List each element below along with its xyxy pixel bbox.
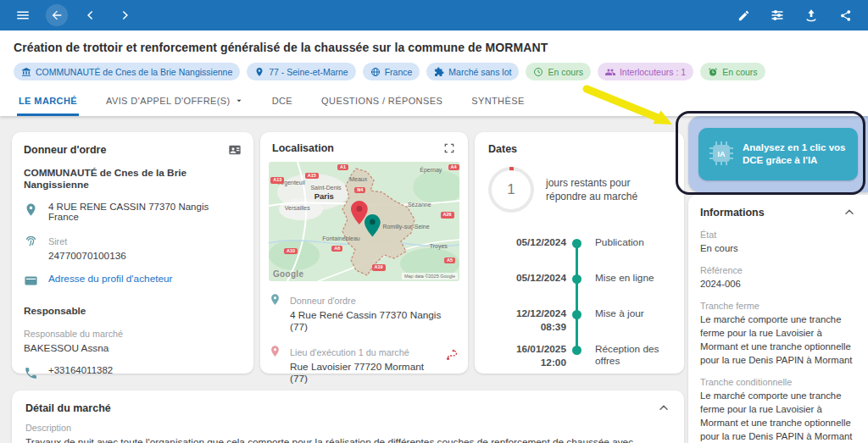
map-city-label: Versailles bbox=[285, 205, 310, 211]
tab-label: AVIS D'APPEL D'OFFRE(S) bbox=[106, 96, 231, 106]
location-pin-icon bbox=[24, 202, 38, 217]
timeline-item: 12/12/202408:39 Mise à jour bbox=[488, 307, 670, 343]
badge-interlocuteurs: Interlocuteurs : 1 bbox=[598, 63, 693, 80]
top-toolbar bbox=[0, 0, 868, 30]
tab-bar: LE MARCHÉ AVIS D'APPEL D'OFFRE(S) DCE QU… bbox=[14, 91, 854, 116]
map-city-label: Romilly-sur-Seine bbox=[382, 224, 429, 230]
days-remaining-text: jours restants pour répondre au marché bbox=[546, 176, 670, 203]
info-value: Le marché comporte une tranche ferme pou… bbox=[700, 389, 856, 443]
caret-down-icon bbox=[235, 97, 243, 105]
map-road-badge: A15 bbox=[305, 173, 319, 180]
tab-label: SYNTHÈSE bbox=[471, 96, 525, 106]
badge-country: France bbox=[363, 63, 420, 80]
description-text: Travaux de nuit avec toute l'organisatio… bbox=[25, 435, 670, 443]
map-city-label: Troyes bbox=[430, 243, 448, 249]
pin-icon bbox=[254, 67, 264, 77]
badge-row: COMMUNAUTÉ de Cnes de la Brie Nangissien… bbox=[14, 63, 854, 80]
map-city-label: Fontainebleau bbox=[322, 235, 359, 241]
red-pin-icon bbox=[269, 345, 281, 357]
tab-label: DCE bbox=[272, 96, 292, 106]
dates-card: Dates 1 jours restants pour répondre au … bbox=[475, 132, 684, 374]
phone-icon bbox=[24, 366, 38, 380]
chevron-up-icon[interactable] bbox=[843, 206, 856, 219]
badge-label: COMMUNAUTÉ de Cnes de la Brie Nangissien… bbox=[36, 67, 232, 77]
analyze-dce-ai-button[interactable]: IA Analysez en 1 clic vos DCE grâce à l'… bbox=[698, 128, 858, 180]
alarm-icon bbox=[708, 67, 718, 77]
page-title: Création de trottoir et renforcement gén… bbox=[14, 41, 854, 54]
info-value: En cours bbox=[700, 241, 856, 255]
badge-status: En cours bbox=[526, 63, 590, 80]
pen-icon[interactable] bbox=[732, 4, 754, 26]
badge-label: Interlocuteurs : 1 bbox=[620, 67, 686, 77]
days-remaining-ring: 1 bbox=[488, 167, 534, 213]
timeline-time: 12:00 bbox=[541, 357, 566, 368]
map-city-label: Épernay bbox=[420, 167, 442, 173]
bank-icon bbox=[21, 67, 31, 77]
map-road-badge: N4 bbox=[354, 187, 365, 194]
card-title: Donneur d'ordre bbox=[24, 144, 106, 156]
timeline-date: 12/12/2024 bbox=[516, 307, 566, 319]
timeline-label: Réception des offres bbox=[588, 343, 670, 379]
map-road-badge: A5 bbox=[444, 257, 455, 264]
days-remaining-value: 1 bbox=[492, 170, 531, 209]
chevron-up-icon[interactable] bbox=[657, 401, 670, 415]
tab-le-marche[interactable]: LE MARCHÉ bbox=[17, 91, 79, 116]
tab-synthese[interactable]: SYNTHÈSE bbox=[470, 91, 526, 116]
card-title: Localisation bbox=[272, 142, 334, 154]
share-icon[interactable] bbox=[834, 4, 856, 26]
info-label: État bbox=[700, 230, 856, 240]
location-entry: Donneur d'ordre 4 Rue René Cassin 77370 … bbox=[269, 292, 459, 333]
tab-dce[interactable]: DCE bbox=[270, 91, 294, 116]
fullscreen-icon[interactable] bbox=[442, 141, 456, 155]
map-city-label: Sézanne bbox=[408, 202, 431, 208]
info-field: Référence 2024-006 bbox=[700, 265, 856, 291]
contact-card-icon[interactable] bbox=[228, 143, 242, 157]
tab-avis-appel-offres[interactable]: AVIS D'APPEL D'OFFRE(S) bbox=[104, 91, 245, 116]
info-label: Tranche ferme bbox=[700, 301, 856, 311]
badge-label: En cours bbox=[722, 67, 757, 77]
timeline-time: 08:39 bbox=[541, 321, 566, 333]
timeline-dot bbox=[572, 274, 581, 284]
upload-icon[interactable] bbox=[800, 4, 822, 26]
chevron-left-icon[interactable] bbox=[80, 4, 102, 26]
badge-lot: Marché sans lot bbox=[426, 63, 519, 80]
timeline-date: 16/01/2025 bbox=[516, 343, 566, 355]
map-city-label: Saint-Denis bbox=[310, 185, 341, 191]
chevron-right-icon[interactable] bbox=[114, 4, 136, 26]
google-logo: Google bbox=[273, 269, 303, 279]
tab-label: LE MARCHÉ bbox=[19, 96, 77, 106]
badge-label: En cours bbox=[548, 67, 582, 77]
phone-number[interactable]: +33164011382 bbox=[48, 365, 113, 375]
info-field: Tranche conditionnelle Le marché comport… bbox=[700, 377, 856, 443]
info-value: 2024-006 bbox=[700, 277, 856, 291]
app-page: Création de trottoir et renforcement gén… bbox=[0, 0, 868, 443]
location-value: Rue Lavoisier 77720 Mormant (77) bbox=[290, 361, 437, 385]
info-label: Référence bbox=[700, 265, 856, 275]
buyer-profile-link[interactable]: Adresse du profil d'acheteur bbox=[48, 273, 173, 285]
people-icon bbox=[605, 67, 615, 77]
detail-marche-card: Détail du marché Description Travaux de … bbox=[12, 390, 684, 443]
back-arrow-icon[interactable] bbox=[46, 4, 68, 26]
map-road-badge: A10 bbox=[284, 248, 298, 255]
timeline: 05/12/2024 Publication 05/12/2024 Mise e… bbox=[488, 236, 670, 379]
menu-icon[interactable] bbox=[12, 4, 34, 26]
map[interactable]: Argenteuil Saint-Denis Paris Versailles … bbox=[269, 162, 459, 281]
map-road-badge: A13 bbox=[270, 177, 284, 184]
tab-label: QUESTIONS / RÉPONSES bbox=[321, 96, 442, 106]
badge-status-2: En cours bbox=[700, 63, 765, 80]
tab-questions-reponses[interactable]: QUESTIONS / RÉPONSES bbox=[320, 91, 444, 116]
map-road-badge: A1 bbox=[337, 164, 348, 171]
timeline-item: 16/01/202512:00 Réception des offres bbox=[488, 343, 670, 379]
siret-value: 24770070100136 bbox=[48, 250, 126, 262]
timeline-date: 05/12/2024 bbox=[516, 272, 566, 284]
badge-label: Marché sans lot bbox=[448, 67, 511, 77]
ia-button-label: Analysez en 1 clic vos DCE grâce à l'IA bbox=[743, 141, 848, 167]
filters-icon[interactable] bbox=[766, 4, 788, 26]
badge-department: 77 - Seine-et-Marne bbox=[247, 63, 355, 80]
card-title: Informations bbox=[700, 207, 765, 219]
route-icon[interactable] bbox=[445, 347, 459, 362]
location-value: 4 Rue René Cassin 77370 Nangis (77) bbox=[290, 309, 459, 333]
card-icon bbox=[24, 274, 38, 288]
info-value: Le marché comporte une tranche ferme pou… bbox=[700, 313, 856, 367]
badge-label: 77 - Seine-et-Marne bbox=[269, 67, 348, 77]
